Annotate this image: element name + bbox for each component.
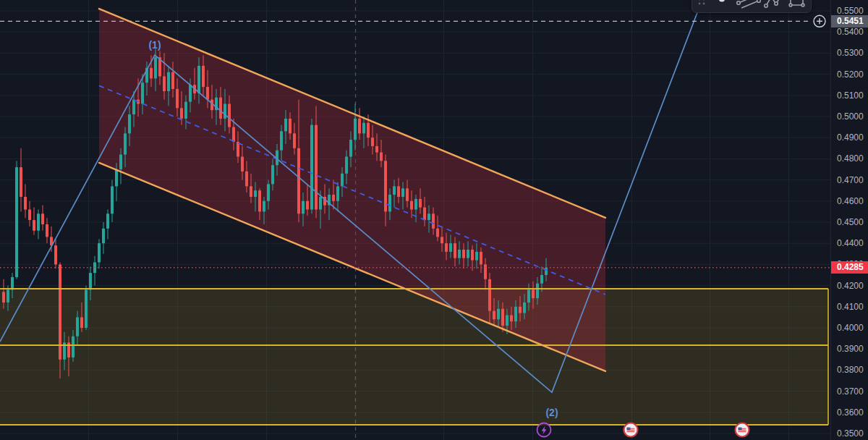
price-axis-label: 0.5300 (837, 48, 864, 58)
price-axis-label: 0.5400 (837, 27, 864, 37)
candle (540, 275, 543, 284)
candle (163, 77, 166, 92)
candle (280, 131, 283, 150)
price-axis-label: 0.4800 (837, 153, 864, 164)
price-axis-label: 0.3500 (837, 428, 864, 439)
candle (11, 277, 14, 290)
us-flag-canton (739, 428, 742, 431)
candle (245, 172, 248, 187)
candle (228, 104, 231, 127)
candle (33, 220, 35, 231)
polyline-tool-icon[interactable] (765, 0, 783, 7)
price-axis-label: 0.4400 (837, 238, 864, 248)
candle (250, 186, 252, 197)
dot-tool-icon[interactable] (719, 0, 726, 2)
candle (319, 197, 322, 210)
candle (284, 119, 287, 132)
candle (15, 167, 18, 277)
candle (332, 195, 335, 201)
price-axis-label: 0.4500 (837, 217, 864, 227)
candle (545, 268, 548, 275)
price-axis-label: 0.5100 (837, 90, 864, 101)
candle (128, 114, 131, 133)
candle (423, 208, 426, 221)
candle (202, 66, 205, 87)
candle (497, 309, 500, 320)
candle (102, 229, 105, 243)
candle (523, 302, 526, 313)
candle (232, 127, 235, 142)
chart-canvas[interactable]: (1)(2) (0, 0, 830, 440)
us-flag-stripe (739, 431, 746, 432)
us-flag-stripe (627, 431, 635, 432)
candle (514, 307, 517, 321)
candle (501, 309, 504, 326)
price-axis-label: 0.3800 (837, 365, 864, 375)
candle (111, 186, 114, 213)
candle (371, 138, 374, 146)
price-axis-label: 0.3700 (837, 386, 864, 397)
candle (315, 125, 318, 210)
candle (401, 188, 404, 197)
candle (336, 186, 339, 200)
drag-handle-icon[interactable] (699, 0, 705, 4)
candle (171, 72, 174, 89)
drawing-toolbar[interactable] (692, 0, 812, 13)
candle (427, 213, 430, 220)
candle (154, 57, 157, 78)
candle (85, 289, 88, 328)
candle (458, 250, 461, 258)
candle (410, 201, 413, 210)
candle (532, 289, 535, 298)
current-price-badge[interactable]: 0.4285 (831, 261, 868, 274)
candle (445, 243, 448, 252)
price-axis[interactable]: 0.55000.54000.53000.52000.51000.50000.49… (830, 0, 868, 440)
candle (106, 213, 109, 229)
rectangle-tool-icon[interactable] (789, 0, 804, 7)
candle (375, 146, 378, 153)
candle (367, 123, 370, 138)
candle (132, 100, 135, 115)
candle (310, 125, 313, 210)
wave-label: (1) (148, 39, 161, 51)
price-axis-label: 0.4600 (837, 196, 864, 206)
price-axis-label: 0.3600 (837, 407, 864, 418)
candle (358, 119, 361, 134)
candle (54, 245, 57, 264)
candle (406, 188, 409, 201)
candle (141, 82, 144, 103)
candle (271, 165, 274, 184)
candle (7, 289, 9, 302)
candle (306, 201, 309, 210)
price-axis-label: 0.5200 (837, 69, 864, 80)
candle (293, 133, 296, 148)
candle (80, 317, 83, 328)
parallel-channel-tool-icon[interactable] (737, 0, 761, 8)
candle (37, 213, 40, 230)
candle (206, 87, 209, 100)
price-axis-label: 0.3900 (837, 344, 864, 354)
candle (506, 316, 509, 326)
candle (89, 273, 92, 289)
candle (119, 155, 122, 169)
candle (397, 186, 400, 197)
alert-price-badge[interactable]: 0.5451 (831, 15, 868, 28)
candle (302, 201, 305, 214)
price-axis-label: 0.4200 (837, 281, 864, 291)
candle (441, 237, 443, 243)
candle (354, 119, 357, 140)
candle (510, 316, 513, 322)
candle (493, 311, 495, 320)
candle (345, 157, 348, 174)
candle (432, 213, 435, 229)
candle (76, 317, 79, 336)
support-zone-fill (0, 289, 828, 425)
candle (180, 108, 183, 119)
candle (24, 197, 27, 210)
candle (471, 250, 474, 261)
candle (267, 184, 270, 200)
candle (2, 292, 5, 302)
candle (349, 140, 352, 156)
candle (393, 186, 396, 195)
candle (72, 337, 75, 358)
